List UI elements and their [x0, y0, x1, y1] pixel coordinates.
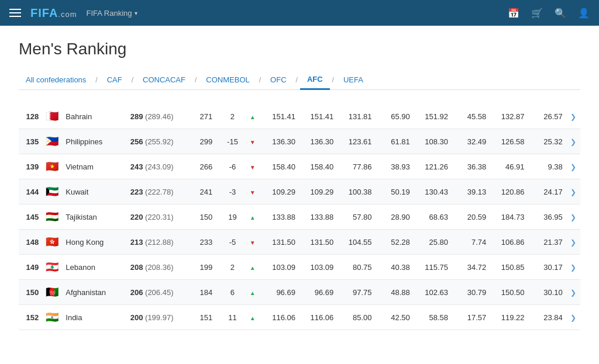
points: 213 (212.88) [127, 230, 191, 255]
nav-icons: 📅 🛒 🔍 👤 [508, 8, 590, 19]
points: 220 (220.31) [127, 204, 191, 230]
change: -6 [221, 154, 244, 179]
change: 2 [221, 104, 244, 129]
points: 200 (199.97) [127, 305, 191, 330]
stat-7: 126.58 [490, 129, 528, 154]
tab-concacaf[interactable]: CONCACAF [136, 71, 192, 89]
stat-3: 97.75 [337, 280, 375, 305]
country-name[interactable]: Vietnam [62, 154, 126, 179]
stat-5: 58.58 [414, 305, 452, 330]
expand-chevron[interactable]: ❯ [566, 255, 580, 280]
expand-chevron[interactable]: ❯ [566, 305, 580, 330]
tab-ofc[interactable]: OFC [263, 71, 293, 89]
tab-uefa[interactable]: UEFA [336, 71, 370, 89]
previous-points: 299 [191, 129, 221, 154]
tab-all-confederations[interactable]: All confederations [19, 71, 93, 89]
tab-afc[interactable]: AFC [300, 70, 330, 90]
expand-chevron[interactable]: ❯ [566, 280, 580, 305]
trend-up-icon: ▲ [250, 290, 256, 296]
trend-arrow: ▼ [245, 179, 261, 204]
trend-up-icon: ▲ [250, 265, 256, 271]
stat-8: 25.32 [528, 129, 566, 154]
stat-4: 40.38 [375, 255, 413, 280]
tab-conmebol[interactable]: CONMEBOL [199, 71, 256, 89]
expand-chevron[interactable]: ❯ [566, 230, 580, 255]
stat-6: 32.49 [452, 129, 490, 154]
points: 206 (206.45) [127, 280, 191, 305]
flag: 🇦🇫 [42, 280, 62, 305]
tab-sep-2: / [129, 76, 136, 84]
country-name[interactable]: Kuwait [62, 179, 126, 204]
tab-caf[interactable]: CAF [100, 71, 129, 89]
expand-chevron[interactable]: ❯ [566, 129, 580, 154]
stat-8: 21.37 [528, 230, 566, 255]
stat-1: 116.06 [261, 305, 299, 330]
nav-ranking[interactable]: FIFA Ranking ▾ [87, 9, 137, 18]
calendar-icon[interactable]: 📅 [508, 8, 519, 19]
stat-5: 151.92 [414, 104, 452, 129]
confederation-tabs: All confederations / CAF / CONCACAF / CO… [19, 70, 580, 90]
stat-2: 158.40 [299, 154, 337, 179]
points: 223 (222.78) [127, 179, 191, 204]
expand-chevron[interactable]: ❯ [566, 204, 580, 230]
stat-1: 133.88 [261, 204, 299, 230]
stat-6: 30.79 [452, 280, 490, 305]
tab-sep-4: / [257, 76, 263, 84]
table-row: 139 🇻🇳 Vietnam 243 (243.09) 266 -6 ▼ 158… [19, 154, 580, 179]
rank: 139 [19, 154, 42, 179]
stat-3: 131.81 [337, 104, 375, 129]
stat-2: 151.41 [299, 104, 337, 129]
change: -5 [221, 230, 244, 255]
stat-3: 57.80 [337, 204, 375, 230]
trend-up-icon: ▲ [250, 315, 256, 321]
trend-arrow: ▼ [245, 129, 261, 154]
stat-3: 104.55 [337, 230, 375, 255]
stat-3: 85.00 [337, 305, 375, 330]
stat-2: 131.50 [299, 230, 337, 255]
change: 11 [221, 305, 244, 330]
main-content: Men's Ranking All confederations / CAF /… [0, 26, 599, 344]
stat-1: 131.50 [261, 230, 299, 255]
stat-5: 115.75 [414, 255, 452, 280]
stat-6: 34.72 [452, 255, 490, 280]
expand-chevron[interactable]: ❯ [566, 104, 580, 129]
stat-2: 136.30 [299, 129, 337, 154]
page-title: Men's Ranking [19, 40, 580, 58]
dropdown-arrow-icon: ▾ [135, 10, 137, 16]
trend-up-icon: ▲ [250, 214, 256, 221]
search-icon[interactable]: 🔍 [555, 8, 566, 19]
country-name[interactable]: Lebanon [62, 255, 126, 280]
points: 208 (208.36) [127, 255, 191, 280]
trend-down-icon: ▼ [250, 164, 256, 171]
country-name[interactable]: Philippines [62, 129, 126, 154]
stat-5: 102.63 [414, 280, 452, 305]
previous-points: 241 [191, 179, 221, 204]
table-row: 128 🇧🇭 Bahrain 289 (289.46) 271 2 ▲ 151.… [19, 104, 580, 129]
trend-arrow: ▲ [245, 204, 261, 230]
user-icon[interactable]: 👤 [578, 8, 590, 19]
tab-sep-1: / [93, 76, 99, 84]
table-row: 144 🇰🇼 Kuwait 223 (222.78) 241 -3 ▼ 109.… [19, 179, 580, 204]
stat-5: 121.26 [414, 154, 452, 179]
expand-chevron[interactable]: ❯ [566, 154, 580, 179]
flag: 🇧🇭 [42, 104, 62, 129]
stat-2: 103.09 [299, 255, 337, 280]
hamburger-menu[interactable] [9, 9, 21, 17]
stat-2: 133.88 [299, 204, 337, 230]
rank: 145 [19, 204, 42, 230]
country-name[interactable]: Bahrain [62, 104, 126, 129]
country-name[interactable]: Tajikistan [62, 204, 126, 230]
stat-7: 106.86 [490, 230, 528, 255]
country-name[interactable]: Afghanistan [62, 280, 126, 305]
expand-chevron[interactable]: ❯ [566, 179, 580, 204]
rank: 144 [19, 179, 42, 204]
stat-5: 25.80 [414, 230, 452, 255]
country-name[interactable]: Hong Kong [62, 230, 126, 255]
rank: 148 [19, 230, 42, 255]
country-name[interactable]: India [62, 305, 126, 330]
stat-2: 109.29 [299, 179, 337, 204]
change: 2 [221, 255, 244, 280]
flag: 🇵🇭 [42, 129, 62, 154]
cart-icon[interactable]: 🛒 [531, 8, 543, 19]
stat-2: 96.69 [299, 280, 337, 305]
